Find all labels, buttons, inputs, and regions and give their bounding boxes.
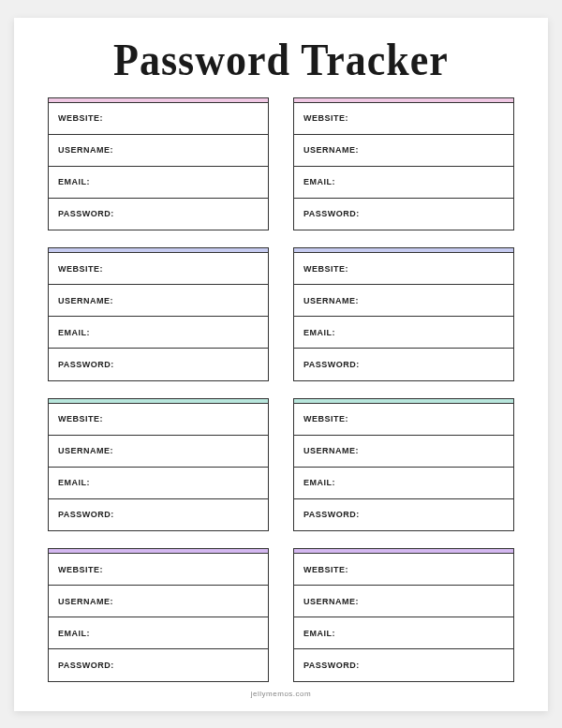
field-row: USERNAME:: [49, 436, 268, 468]
field-row: PASSWORD:: [294, 649, 513, 680]
username-label: USERNAME:: [303, 145, 359, 155]
username-label: USERNAME:: [58, 446, 113, 455]
website-label: WEBSITE:: [303, 264, 348, 274]
email-label: EMAIL:: [303, 328, 335, 337]
field-row: EMAIL:: [294, 167, 513, 199]
password-card: WEBSITE: USERNAME: EMAIL: PASSWORD:: [293, 247, 514, 381]
password-card: WEBSITE: USERNAME: EMAIL: PASSWORD:: [293, 97, 514, 231]
field-row: EMAIL:: [49, 468, 268, 499]
website-label: WEBSITE:: [58, 565, 103, 574]
field-row: PASSWORD:: [294, 349, 513, 379]
field-row: PASSWORD:: [294, 199, 513, 230]
field-row: WEBSITE:: [294, 404, 513, 436]
password-card: WEBSITE: USERNAME: EMAIL: PASSWORD:: [48, 398, 269, 532]
password-card: WEBSITE: USERNAME: EMAIL: PASSWORD:: [293, 398, 514, 532]
field-row: USERNAME:: [49, 586, 268, 617]
password-label: PASSWORD:: [303, 209, 360, 218]
field-row: WEBSITE:: [49, 404, 268, 436]
username-label: USERNAME:: [58, 145, 113, 155]
website-label: WEBSITE:: [58, 264, 103, 274]
field-row: PASSWORD:: [294, 499, 513, 530]
field-row: EMAIL:: [49, 617, 268, 649]
password-label: PASSWORD:: [58, 510, 114, 519]
field-row: EMAIL:: [49, 317, 268, 349]
field-row: USERNAME:: [294, 135, 513, 167]
password-card: WEBSITE: USERNAME: EMAIL: PASSWORD:: [48, 247, 269, 381]
field-row: USERNAME:: [49, 285, 268, 317]
password-label: PASSWORD:: [303, 661, 360, 670]
website-label: WEBSITE:: [303, 565, 348, 574]
field-row: PASSWORD:: [49, 649, 268, 680]
field-row: EMAIL:: [294, 617, 513, 649]
field-row: WEBSITE:: [294, 253, 513, 285]
field-row: EMAIL:: [294, 468, 513, 499]
field-row: PASSWORD:: [49, 349, 268, 379]
website-label: WEBSITE:: [303, 113, 348, 123]
username-label: USERNAME:: [303, 296, 359, 305]
field-row: PASSWORD:: [49, 199, 268, 230]
website-label: WEBSITE:: [58, 113, 103, 123]
card-grid: WEBSITE: USERNAME: EMAIL: PASSWORD: WEBS…: [48, 97, 514, 682]
username-label: USERNAME:: [303, 446, 359, 455]
field-row: WEBSITE:: [49, 554, 268, 586]
username-label: USERNAME:: [303, 597, 359, 606]
username-label: USERNAME:: [58, 296, 113, 305]
field-row: WEBSITE:: [49, 103, 268, 135]
password-label: PASSWORD:: [58, 661, 114, 670]
email-label: EMAIL:: [303, 629, 335, 638]
field-row: WEBSITE:: [294, 103, 513, 135]
field-row: WEBSITE:: [294, 554, 513, 586]
page: Password Tracker WEBSITE: USERNAME: EMAI…: [14, 18, 548, 711]
email-label: EMAIL:: [58, 629, 90, 638]
field-row: USERNAME:: [294, 285, 513, 317]
field-row: USERNAME:: [294, 436, 513, 468]
password-card: WEBSITE: USERNAME: EMAIL: PASSWORD:: [293, 548, 514, 682]
password-label: PASSWORD:: [303, 360, 360, 369]
email-label: EMAIL:: [58, 478, 90, 487]
email-label: EMAIL:: [303, 177, 335, 186]
password-card: WEBSITE: USERNAME: EMAIL: PASSWORD:: [48, 548, 269, 682]
password-card: WEBSITE: USERNAME: EMAIL: PASSWORD:: [48, 97, 269, 231]
field-row: WEBSITE:: [49, 253, 268, 285]
website-label: WEBSITE:: [303, 414, 348, 423]
website-label: WEBSITE:: [58, 414, 103, 423]
email-label: EMAIL:: [58, 177, 90, 186]
footer-credit: jellymemos.com: [48, 690, 514, 698]
field-row: USERNAME:: [49, 135, 268, 167]
page-title: Password Tracker: [48, 34, 514, 86]
username-label: USERNAME:: [58, 597, 113, 606]
password-label: PASSWORD:: [58, 209, 114, 218]
email-label: EMAIL:: [58, 328, 90, 337]
field-row: EMAIL:: [294, 317, 513, 349]
email-label: EMAIL:: [303, 478, 335, 487]
field-row: USERNAME:: [294, 586, 513, 617]
password-label: PASSWORD:: [58, 360, 114, 369]
field-row: PASSWORD:: [49, 499, 268, 530]
field-row: EMAIL:: [49, 167, 268, 199]
password-label: PASSWORD:: [303, 510, 360, 519]
